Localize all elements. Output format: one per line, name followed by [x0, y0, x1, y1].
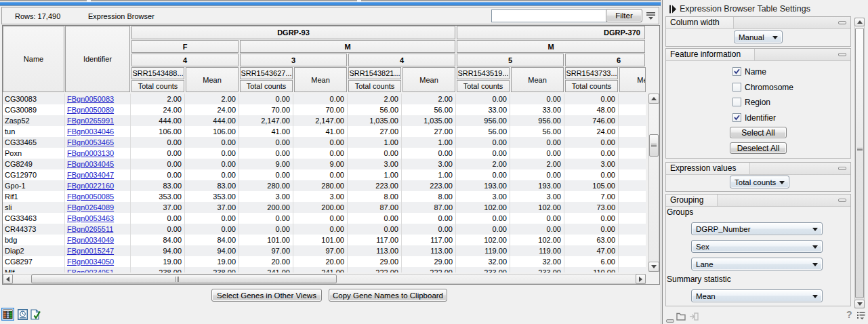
- gene-identifier-link[interactable]: FBgn0053463: [67, 214, 114, 222]
- gene-identifier-link[interactable]: FBgn0050083: [67, 95, 114, 103]
- group-header-lane-5[interactable]: 6: [565, 54, 645, 66]
- section-column-width-collapse-button[interactable]: [838, 21, 846, 24]
- help-icon[interactable]: ?: [846, 309, 852, 320]
- table-row[interactable]: Zasp52FBgn0265991444.00444.002,147.002,1…: [3, 115, 646, 126]
- section-column-width-header[interactable]: Column width: [666, 17, 850, 29]
- gene-identifier-link[interactable]: FBgn0034051: [67, 268, 114, 272]
- group-header-sex-1[interactable]: F: [131, 40, 239, 53]
- table-row[interactable]: CG8249FBgn00340450.000.009.009.003.003.0…: [3, 159, 646, 169]
- gene-identifier-link[interactable]: FBgn0265991: [67, 117, 114, 125]
- deselect-all-button[interactable]: Deselect All: [730, 142, 787, 154]
- element-info-view-icon[interactable]: [30, 309, 41, 320]
- table-vscrollbar-down-button[interactable]: [648, 262, 659, 272]
- group-header-sex-3[interactable]: M: [457, 40, 645, 53]
- table-row[interactable]: CR44373FBgn02655110.000.000.000.000.000.…: [3, 224, 646, 235]
- column-header-total-counts-2[interactable]: Total counts: [240, 80, 293, 92]
- column-header-total-counts-1[interactable]: Total counts: [131, 80, 184, 92]
- section-expression-values-collapse-button[interactable]: [838, 167, 846, 170]
- group-header-lane-2[interactable]: 3: [240, 54, 347, 66]
- side-panel-menu-icon[interactable]: [856, 310, 865, 319]
- table-hscrollbar-left-button[interactable]: [3, 274, 13, 284]
- checkbox-name[interactable]: [732, 67, 741, 76]
- grouping-dropdown-1[interactable]: DGRP_Number: [691, 222, 823, 235]
- gene-identifier-link[interactable]: FBgn0265511: [67, 225, 113, 233]
- select-all-button[interactable]: Select All: [730, 127, 787, 138]
- table-hscrollbar-thumb[interactable]: [31, 275, 337, 283]
- column-header-mean-4[interactable]: Mean: [511, 67, 564, 92]
- gene-identifier-link[interactable]: FBgn0053465: [67, 138, 114, 146]
- dock-view-icon[interactable]: [689, 311, 699, 319]
- column-header-sample-2[interactable]: SRR1543627...: [240, 67, 293, 79]
- table-vscrollbar-up-button[interactable]: [648, 94, 659, 104]
- gene-identifier-link[interactable]: FBgn0034045: [67, 160, 114, 168]
- gene-identifier-link[interactable]: FBgn0034047: [67, 171, 114, 179]
- gene-identifier-link[interactable]: FBgn0022160: [67, 182, 114, 190]
- column-header-sample-4[interactable]: SRR1543519...: [457, 67, 510, 79]
- expression-values-dropdown[interactable]: Total counts: [730, 176, 789, 188]
- column-header-mean-2[interactable]: Mean: [294, 67, 347, 92]
- collapse-panel-icon[interactable]: [669, 4, 677, 13]
- group-header-sex-2[interactable]: M: [240, 40, 455, 53]
- panel-scrollbar-down-button[interactable]: [854, 300, 865, 308]
- column-header-total-counts-3[interactable]: Total counts: [348, 80, 401, 92]
- gene-identifier-link[interactable]: FBgn0003130: [67, 149, 114, 157]
- summary-statistic-dropdown[interactable]: Mean: [691, 289, 823, 302]
- gene-identifier-link[interactable]: FBgn0050085: [67, 193, 114, 201]
- column-width-dropdown[interactable]: Manual: [734, 31, 783, 43]
- column-header-sample-5[interactable]: SRR1543733...: [565, 67, 618, 79]
- table-row[interactable]: CG12970FBgn00340470.000.000.000.001.001.…: [3, 169, 646, 180]
- panel-scrollbar-thumb[interactable]: [855, 28, 864, 298]
- table-row[interactable]: tunFBgn0034046106.00106.0041.0041.0027.0…: [3, 126, 646, 137]
- column-header-name[interactable]: Name: [3, 26, 64, 92]
- table-row[interactable]: bdgFBgn003404984.0084.00101.00101.00117.…: [3, 235, 646, 245]
- column-header-mean-1[interactable]: Mean: [186, 67, 239, 92]
- section-feature-information-header[interactable]: Feature information: [666, 49, 850, 61]
- column-header-mean-5[interactable]: Mean: [619, 67, 646, 92]
- group-header-dgrp-2[interactable]: DGRP-370: [457, 26, 645, 39]
- history-view-icon[interactable]: [18, 309, 28, 320]
- table-row[interactable]: sliFBgn026408937.0037.00200.00200.0087.0…: [3, 202, 646, 213]
- section-grouping-collapse-button[interactable]: [838, 199, 846, 202]
- column-header-total-counts-4[interactable]: Total counts: [457, 80, 510, 92]
- select-genes-button[interactable]: Select Genes in Other Views: [211, 289, 322, 302]
- table-vscrollbar-track[interactable]: [648, 94, 659, 272]
- gene-identifier-link[interactable]: FBgn0264089: [67, 203, 114, 211]
- table-hscrollbar-right-button[interactable]: [636, 274, 646, 284]
- group-header-lane-3[interactable]: 4: [348, 54, 455, 66]
- table-vscrollbar-thumb[interactable]: [649, 134, 659, 157]
- column-header-total-counts-5[interactable]: Total counts: [565, 80, 618, 92]
- gene-identifier-link[interactable]: FBgn0050089: [67, 106, 114, 114]
- section-feature-information-collapse-button[interactable]: [838, 53, 846, 56]
- group-header-lane-4[interactable]: 5: [457, 54, 564, 66]
- checkbox-region[interactable]: [732, 98, 741, 106]
- gene-identifier-link[interactable]: FBgn0034049: [67, 236, 114, 244]
- table-row[interactable]: Gpo-1FBgn002216083.0083.00280.00280.0022…: [3, 180, 646, 191]
- collapse-all-icon[interactable]: [666, 313, 674, 317]
- grouping-dropdown-3[interactable]: Lane: [691, 258, 823, 270]
- group-header-lane-1[interactable]: 4: [131, 54, 239, 66]
- checkbox-identifier[interactable]: [732, 113, 741, 122]
- table-row[interactable]: CG33465FBgn00534650.000.000.000.001.001.…: [3, 137, 646, 148]
- group-header-dgrp-1[interactable]: DGRP-93: [131, 26, 455, 39]
- table-view-icon[interactable]: [1, 308, 14, 321]
- section-expression-values-header[interactable]: Expression values: [666, 163, 850, 175]
- table-row[interactable]: CG33463FBgn00534630.000.000.000.000.000.…: [3, 213, 646, 224]
- gene-identifier-link[interactable]: FBgn0015247: [67, 247, 114, 255]
- table-row[interactable]: PoxnFBgn00031300.000.000.000.000.000.000…: [3, 148, 646, 159]
- table-row[interactable]: Rif1FBgn0050085353.00353.003.003.008.008…: [3, 191, 646, 202]
- column-header-sample-1[interactable]: SRR1543488...: [131, 67, 184, 79]
- copy-gene-names-button[interactable]: Copy Gene Names to Clipboard: [329, 289, 447, 302]
- table-row[interactable]: Diap2FBgn001524794.0094.0097.0097.00113.…: [3, 245, 646, 256]
- table-row[interactable]: MlfFBgn0034051238.00238.00241.00241.0022…: [3, 267, 646, 272]
- table-row[interactable]: CG30089FBgn005008924.0024.0070.0070.0056…: [3, 104, 646, 115]
- column-header-mean-3[interactable]: Mean: [402, 67, 455, 92]
- gene-identifier-link[interactable]: FBgn0034046: [67, 127, 114, 136]
- section-grouping-header[interactable]: Grouping: [666, 195, 850, 207]
- table-row[interactable]: CG30083FBgn00500832.002.000.000.002.002.…: [3, 94, 646, 104]
- grouping-dropdown-2[interactable]: Sex: [691, 240, 823, 253]
- folder-icon[interactable]: [676, 311, 686, 319]
- table-row[interactable]: CG8297FBgn003405019.0019.0020.0020.0029.…: [3, 256, 646, 267]
- panel-scrollbar-up-button[interactable]: [854, 18, 865, 26]
- column-header-sample-3[interactable]: SRR1543821...: [348, 67, 401, 79]
- column-header-identifier[interactable]: Identifier: [65, 26, 130, 92]
